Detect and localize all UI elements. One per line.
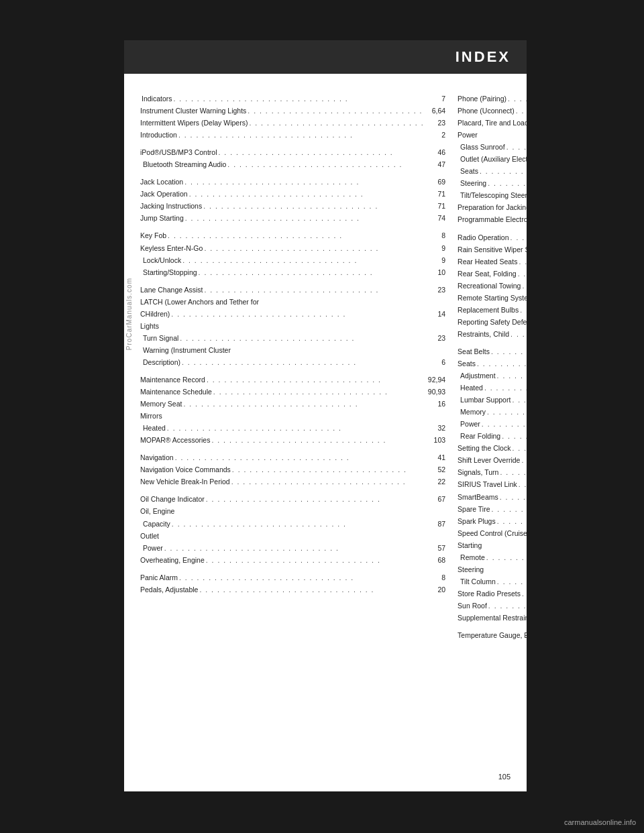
index-dots: . . . . . . . . . . . . . . . . . . . . … (486, 551, 527, 563)
index-row: Lane Change Assist . . . . . . . . . . .… (140, 284, 445, 296)
index-dots: . . . . . . . . . . . . . . . . . . . . … (487, 406, 527, 418)
index-dots: . . . . . . . . . . . . . . . . . . . . … (516, 105, 527, 117)
index-label: SmartBeams (458, 491, 498, 503)
index-dots: . . . . . . . . . . . . . . . . . . . . … (511, 231, 527, 243)
section-gap (458, 340, 527, 345)
index-dots: . . . . . . . . . . . . . . . . . . . . … (497, 515, 527, 527)
section-gap (140, 224, 445, 229)
index-row: Phone (Uconnect) . . . . . . . . . . . .… (458, 105, 527, 117)
index-label: Replacement Bulbs (458, 304, 519, 316)
index-row: Lumbar Support . . . . . . . . . . . . .… (458, 394, 527, 406)
bottom-logo: carmanualsonline.info (564, 818, 636, 826)
index-page: 68 (425, 554, 445, 566)
index-row: Radio Operation . . . . . . . . . . . . … (458, 231, 527, 243)
index-label: Starting/Stopping (140, 266, 197, 278)
index-row: Tilt Column . . . . . . . . . . . . . . … (458, 575, 527, 588)
index-label: Outlet (Auxiliary Electrical Outlet) (458, 153, 527, 165)
index-label: Lock/Unlock (140, 254, 181, 266)
index-dots: . . . . . . . . . . . . . . . . . . . . … (492, 503, 527, 515)
index-label: Panic Alarm (140, 571, 178, 584)
index-row: Power . . . . . . . . . . . . . . . . . … (140, 542, 445, 554)
index-label: Seats (458, 357, 476, 370)
index-dots: . . . . . . . . . . . . . . . . . . . . … (180, 332, 424, 344)
index-row: Oil Change Indicator . . . . . . . . . .… (140, 493, 445, 505)
index-dots: . . . . . . . . . . . . . . . . . . . . … (511, 328, 527, 340)
index-dots: . . . . . . . . . . . . . . . . . . . . … (203, 200, 424, 212)
index-page: 9 (425, 254, 445, 266)
index-row: Key Fob . . . . . . . . . . . . . . . . … (140, 229, 445, 241)
index-row: MOPAR® Accessories . . . . . . . . . . .… (140, 434, 445, 446)
index-dots: . . . . . . . . . . . . . . . . . . . . … (500, 491, 527, 503)
index-label: Sun Roof (458, 600, 487, 612)
index-dots: . . . . . . . . . . . . . . . . . . . . … (219, 146, 425, 158)
index-dots: . . . . . . . . . . . . . . . . . . . . … (231, 476, 424, 488)
index-dots: . . . . . . . . . . . . . . . . . . . . … (248, 105, 424, 117)
index-page: 32 (425, 422, 445, 434)
index-row: Glass Sunroof . . . . . . . . . . . . . … (458, 141, 527, 153)
index-row: Store Radio Presets . . . . . . . . . . … (458, 588, 527, 600)
index-label: Key Fob (140, 229, 166, 241)
index-row: LATCH (Lower Anchors and Tether for (140, 296, 445, 308)
index-label: Intermittent Wipers (Delay Wipers) (140, 117, 248, 129)
index-row: Starting (458, 539, 527, 551)
index-page: 14 (425, 308, 445, 320)
index-label: Heated (140, 422, 166, 434)
index-dots: . . . . . . . . . . . . . . . . . . . . … (199, 584, 424, 596)
section-gap (458, 624, 527, 629)
index-page: 103 (425, 434, 445, 446)
index-dots: . . . . . . . . . . . . . . . . . . . . … (232, 463, 424, 476)
index-dots: . . . . . . . . . . . . . . . . . . . . … (183, 398, 424, 410)
index-row: Lights (140, 320, 445, 332)
index-page: 23 (425, 284, 445, 296)
index-row: Instrument Cluster Warning Lights . . . … (140, 105, 445, 117)
index-dots: . . . . . . . . . . . . . . . . . . . . … (211, 434, 424, 446)
index-label: Instrument Cluster Warning Lights (140, 105, 246, 117)
index-row: Memory Seat . . . . . . . . . . . . . . … (140, 398, 445, 410)
index-label: Supplemental Restraint System - Airbag (458, 612, 527, 624)
index-dots: . . . . . . . . . . . . . . . . . . . . … (480, 165, 527, 177)
index-dots: . . . . . . . . . . . . . . . . . . . . … (477, 357, 527, 370)
index-row: Replacement Bulbs . . . . . . . . . . . … (458, 304, 527, 316)
index-label: Keyless Enter-N-Go (140, 242, 203, 254)
index-label: Oil Change Indicator (140, 493, 205, 505)
index-label: Remote (458, 551, 485, 563)
index-row: Heated . . . . . . . . . . . . . . . . .… (140, 422, 445, 434)
index-label: Navigation Voice Commands (140, 463, 231, 476)
index-label: Speed Control (Cruise Control) (458, 527, 527, 539)
index-page: 23 (425, 117, 445, 129)
index-row: Steering (458, 563, 527, 575)
index-dots: . . . . . . . . . . . . . . . . . . . . … (172, 518, 424, 530)
index-row: Intermittent Wipers (Delay Wipers) . . .… (140, 117, 445, 129)
index-page: 8 (425, 229, 445, 241)
index-page: 87 (425, 518, 445, 530)
index-row: Remote . . . . . . . . . . . . . . . . .… (458, 551, 527, 563)
page-background: INDEX ProCarManuals.com Indicators . . .… (0, 0, 644, 833)
index-label: Shift Lever Override (458, 454, 520, 466)
section-gap (458, 226, 527, 231)
index-page: 67 (425, 493, 445, 505)
index-label: Programmable Electronic Features (458, 213, 527, 225)
index-dots: . . . . . . . . . . . . . . . . . . . . … (522, 588, 527, 600)
index-row: Jump Starting . . . . . . . . . . . . . … (140, 212, 445, 224)
index-dots: . . . . . . . . . . . . . . . . . . . . … (508, 93, 527, 105)
index-dots: . . . . . . . . . . . . . . . . . . . . … (488, 177, 527, 189)
index-label: Lumbar Support (458, 394, 511, 406)
index-label: Rain Sensitive Wiper System (458, 243, 527, 256)
index-dots: . . . . . . . . . . . . . . . . . . . . … (164, 542, 424, 554)
index-dots: . . . . . . . . . . . . . . . . . . . . … (521, 454, 527, 466)
index-row: Steering . . . . . . . . . . . . . . . .… (458, 177, 527, 189)
index-page: 90,93 (425, 386, 445, 398)
index-row: Maintenance Schedule . . . . . . . . . .… (140, 386, 445, 398)
content-area: ProCarManuals.com Indicators . . . . . .… (124, 74, 527, 791)
index-dots: . . . . . . . . . . . . . . . . . . . . … (204, 284, 424, 296)
index-label: Rear Heated Seats (458, 256, 517, 268)
index-row: Supplemental Restraint System - Airbag .… (458, 612, 527, 624)
index-label: Bluetooth Streaming Audio (140, 158, 226, 170)
index-label: Memory Seat (140, 398, 182, 410)
index-row: Jacking Instructions . . . . . . . . . .… (140, 200, 445, 212)
index-dots: . . . . . . . . . . . . . . . . . . . . … (484, 382, 527, 394)
index-label: Spare Tire (458, 503, 490, 515)
index-row: Placard, Tire and Loading Information . … (458, 117, 527, 129)
index-row: Shift Lever Override . . . . . . . . . .… (458, 454, 527, 466)
index-row: Bluetooth Streaming Audio . . . . . . . … (140, 158, 445, 170)
